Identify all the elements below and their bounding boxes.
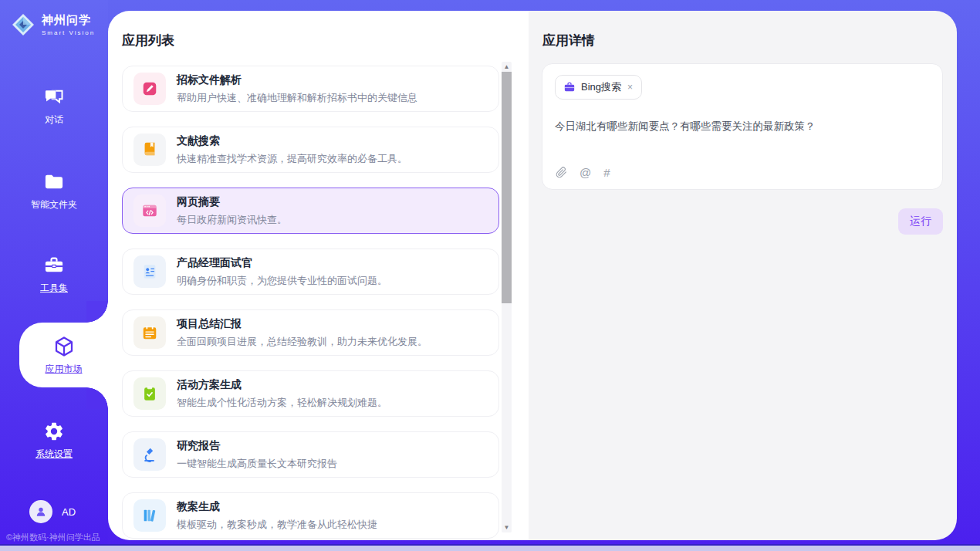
sidebar: 神州问学 Smart Vision 对话 智能文件夹: [0, 0, 108, 551]
app-name: 神州问学: [42, 13, 95, 28]
app-list-title: 应用列表: [108, 11, 529, 49]
user-name: AD: [62, 506, 76, 518]
card-desc: 每日政府新闻资讯快查。: [177, 213, 287, 227]
pen-square-icon: [133, 73, 166, 105]
card-desc: 一键智能生成高质量长文本研究报告: [177, 457, 337, 471]
sidebar-item-smart-folder[interactable]: 智能文件夹: [0, 171, 108, 211]
card-desc: 帮助用户快速、准确地理解和解析招标书中的关键信息: [177, 91, 417, 105]
sidebar-item-label: 对话: [45, 113, 63, 127]
tool-tag-label: Bing搜索: [581, 80, 621, 94]
logo-diamond-icon: [11, 12, 35, 37]
card-desc: 智能生成个性化活动方案，轻松解决规划难题。: [177, 396, 387, 410]
resume-icon: [133, 255, 166, 288]
scrollbar-down-arrow-icon[interactable]: ▼: [502, 522, 512, 532]
scrollbar-up-arrow-icon[interactable]: ▲: [502, 62, 512, 72]
folder-icon: [43, 171, 65, 193]
card-title: 教案生成: [177, 500, 377, 514]
sidebar-item-label: 智能文件夹: [31, 198, 77, 211]
app-tagline: Smart Vision: [42, 29, 95, 36]
app-detail-title: 应用详情: [529, 11, 957, 49]
card-desc: 模板驱动，教案秒成，教学准备从此轻松快捷: [177, 518, 377, 532]
app-logo: 神州问学 Smart Vision: [0, 0, 108, 37]
briefcase-icon: [563, 81, 576, 93]
sidebar-item-settings[interactable]: 系统设置: [0, 421, 108, 461]
app-card-pm-interviewer[interactable]: 产品经理面试官 明确身份和职责，为您提供专业性的面试问题。: [122, 248, 499, 295]
bottom-bar: [0, 546, 980, 551]
main-container: 应用列表 招标文件解析 帮助用户快速、准确地理解和解析招标书中的关键信息: [108, 11, 957, 540]
prompt-text[interactable]: 今日湖北有哪些新闻要点？有哪些需要关注的最新政策？: [555, 120, 930, 134]
app-card-research-report[interactable]: 研究报告 一键智能生成高质量长文本研究报告: [122, 431, 499, 478]
app-card-list: 招标文件解析 帮助用户快速、准确地理解和解析招标书中的关键信息 文献搜索 快速精…: [122, 66, 499, 540]
calendar-icon: [133, 316, 166, 349]
paperclip-icon[interactable]: [556, 167, 567, 178]
app-card-event-plan[interactable]: 活动方案生成 智能生成个性化活动方案，轻松解决规划难题。: [122, 370, 499, 417]
sidebar-item-chat[interactable]: 对话: [0, 86, 108, 127]
microscope-icon: [133, 438, 166, 471]
app-card-project-summary[interactable]: 项目总结汇报 全面回顾项目进展，总结经验教训，助力未来优化发展。: [122, 309, 499, 356]
sidebar-item-label: 工具集: [40, 282, 68, 295]
card-title: 项目总结汇报: [177, 317, 427, 331]
at-mention-icon[interactable]: @: [580, 166, 591, 179]
card-title: 网页摘要: [177, 195, 287, 209]
copyright-text: ©神州数码·神州问学出品: [6, 532, 100, 543]
list-scrollbar[interactable]: ▲ ▼: [502, 62, 512, 532]
book-icon: [133, 134, 166, 166]
books-icon: [133, 499, 166, 532]
user-account[interactable]: AD: [29, 500, 76, 523]
card-desc: 全面回顾项目进展，总结经验教训，助力未来优化发展。: [177, 335, 427, 349]
card-title: 活动方案生成: [177, 378, 387, 392]
scrollbar-thumb[interactable]: [502, 72, 512, 303]
tool-tag-bing-search[interactable]: Bing搜索 ×: [555, 75, 642, 100]
browser-code-icon: [133, 194, 166, 227]
sidebar-item-label: 应用市场: [46, 363, 83, 376]
app-list-panel: 应用列表 招标文件解析 帮助用户快速、准确地理解和解析招标书中的关键信息: [108, 11, 529, 540]
cube-icon: [52, 335, 76, 358]
card-title: 招标文件解析: [177, 73, 417, 87]
app-card-lesson-plan[interactable]: 教案生成 模板驱动，教案秒成，教学准备从此轻松快捷: [122, 492, 499, 539]
sidebar-item-toolset[interactable]: 工具集: [0, 255, 108, 295]
app-detail-panel: 应用详情 Bing搜索 × 今日湖北有哪些新闻要点？有哪些需要关注的最新政策？: [529, 11, 957, 540]
run-button[interactable]: 运行: [898, 208, 943, 235]
card-title: 研究报告: [177, 439, 337, 453]
card-title: 文献搜索: [177, 134, 407, 148]
chat-icon: [43, 86, 65, 108]
app-card-web-summary[interactable]: 网页摘要 每日政府新闻资讯快查。: [122, 188, 499, 234]
card-desc: 明确身份和职责，为您提供专业性的面试问题。: [177, 274, 387, 288]
card-title: 产品经理面试官: [177, 256, 387, 270]
hash-topic-icon[interactable]: #: [603, 166, 610, 179]
app-card-bid-parse[interactable]: 招标文件解析 帮助用户快速、准确地理解和解析招标书中的关键信息: [122, 66, 499, 112]
card-desc: 快速精准查找学术资源，提高研究效率的必备工具。: [177, 152, 407, 166]
clipboard-check-icon: [133, 377, 166, 410]
attachment-toolbar: @ #: [556, 166, 610, 179]
sidebar-item-app-market[interactable]: 应用市场: [19, 323, 108, 387]
sidebar-item-label: 系统设置: [35, 448, 73, 461]
avatar: [29, 500, 52, 523]
tool-tag-remove-icon[interactable]: ×: [627, 82, 634, 93]
app-card-literature-search[interactable]: 文献搜索 快速精准查找学术资源，提高研究效率的必备工具。: [122, 127, 499, 173]
prompt-input-card[interactable]: Bing搜索 × 今日湖北有哪些新闻要点？有哪些需要关注的最新政策？ @ #: [542, 63, 943, 190]
gear-icon: [43, 421, 65, 442]
toolbox-icon: [43, 255, 65, 276]
